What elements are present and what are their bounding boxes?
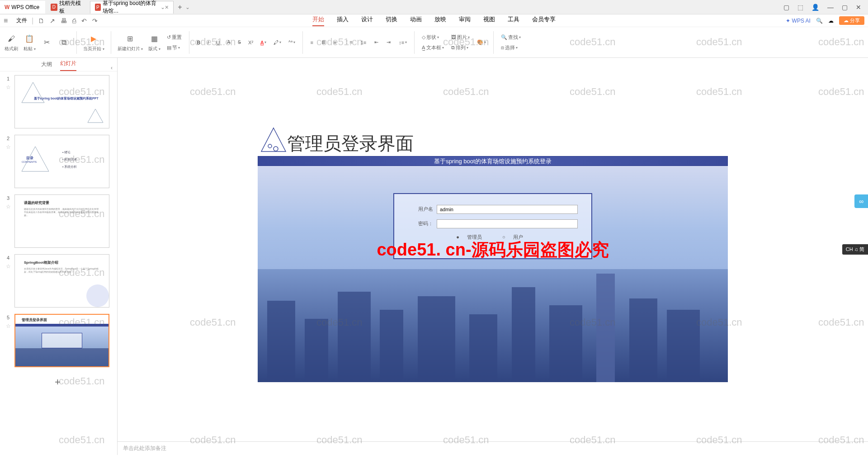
thumb-row-4[interactable]: 4☆ SpringBoot框架介绍 本系统开发主要使用Java作为编程语言，Sp… [2,254,113,308]
username-input[interactable] [437,205,578,214]
textbox-button[interactable]: A̲ 文本框 ▾ [420,43,446,52]
tab-document[interactable]: P 基于spring boot的体育场馆… ⌄ × [90,1,174,14]
tab-dropdown-icon[interactable]: ⌄ [160,4,165,10]
star-icon[interactable]: ☆ [6,204,11,210]
ribbon-tab-insert[interactable]: 插入 [337,15,349,26]
cube-icon[interactable]: ⬚ [797,4,803,11]
line-spacing-button[interactable]: ↕≡▾ [397,38,409,46]
qat-undo-icon[interactable]: ↶ [81,17,87,24]
ribbon-tab-animation[interactable]: 动画 [410,15,422,26]
align-right-button[interactable]: ≡ [332,38,338,46]
qat-preview-icon[interactable]: ⎙ [72,17,76,24]
qat-open-icon[interactable]: 🗋 [38,17,44,24]
thumbnail[interactable]: 课题的研究背景 随着信息技术的发展和互联网的普及，越来越多的行业开始应用信息化管… [14,194,109,248]
panel-collapse-icon[interactable]: ‹ [111,65,113,71]
tab-label: WPS Office [11,4,39,10]
clear-format-button[interactable]: ᴬᵃ▾ [287,38,297,46]
tab-template[interactable]: D 找稻壳模板 [46,1,89,14]
close-icon[interactable]: ✕ [856,4,861,11]
paste-button[interactable]: 📋粘贴 ▾ [23,33,37,52]
thumb-row-2[interactable]: 2☆ 目录 CONTENTS • 绪论 • 相关技术 • 系统分析 [2,135,113,188]
password-input[interactable] [437,219,578,228]
wps-logo-icon: W [5,4,9,10]
fill-button[interactable]: 🎨▾ [475,38,488,46]
numbering-button[interactable]: 1≡ [359,38,368,46]
strike-button[interactable]: A̶ [225,38,232,46]
thumbnail-list[interactable]: 1☆ 基于spring boot的体育场馆设施预约系统PPT 2☆ 目录 CON… [0,71,117,455]
ime-indicator[interactable]: CH ♫ 简 [842,244,868,255]
thumb-row-3[interactable]: 3☆ 课题的研究背景 随着信息技术的发展和互联网的普及，越来越多的行业开始应用信… [2,194,113,248]
qat-export-icon[interactable]: ↗ [50,17,55,24]
thumb-row-1[interactable]: 1☆ 基于spring boot的体育场馆设施预约系统PPT [2,75,113,128]
canvas-wrap[interactable]: 管理员登录界面 基于spring boot的体育场馆设施预约系统登录 [118,58,868,441]
font-color-button[interactable]: A▾ [259,38,268,46]
ribbon-tab-member[interactable]: 会员专享 [532,15,556,26]
play-from-current-button[interactable]: ▶当页开始 ▾ [82,33,105,52]
star-icon[interactable]: ☆ [6,144,11,150]
thumbnail-active[interactable]: 管理员登录界面 [14,314,109,367]
find-button[interactable]: 🔍 查找 ▾ [499,33,523,42]
format-painter-button[interactable]: 🖌格式刷 [4,33,19,52]
thumb-row-5[interactable]: 5☆ 管理员登录界面 [2,314,113,367]
search-icon[interactable]: 🔍 [816,18,823,24]
notes-placeholder[interactable]: 单击此处添加备注 [118,441,868,455]
bold-button[interactable]: B [195,38,202,46]
user-icon[interactable]: 👤 [811,4,819,11]
tab-bar: W WPS Office D 找稻壳模板 P 基于spring boot的体育场… [0,0,868,14]
panel-tab-outline[interactable]: 大纲 [41,61,52,71]
arrange-button[interactable]: ⧉ 排列 ▾ [449,43,472,52]
ribbon-tab-slideshow[interactable]: 放映 [434,15,446,26]
ribbon-tab-design[interactable]: 设计 [361,15,373,26]
star-icon[interactable]: ☆ [6,84,11,90]
thumbnail[interactable]: 基于spring boot的体育场馆设施预约系统PPT [14,75,109,128]
align-left-button[interactable]: ≡ [308,38,315,46]
ribbon-tab-review[interactable]: 审阅 [459,15,471,26]
shape-button[interactable]: ◇ 形状 ▾ [420,33,446,42]
copy-button[interactable]: ⧉ [57,37,71,48]
section-button[interactable]: ▤ 节 ▾ [165,43,184,52]
ribbon-tab-tools[interactable]: 工具 [508,15,519,26]
cut-button[interactable]: ✂ [40,37,54,48]
indent-right-button[interactable]: ⇥ [385,38,392,46]
share-button[interactable]: ☁ 分享 [839,16,864,25]
layout-icon[interactable]: ▢ [783,4,789,11]
new-slide-button[interactable]: ⊞新建幻灯片 ▾ [117,33,144,52]
thumbnail[interactable]: 目录 CONTENTS • 绪论 • 相关技术 • 系统分析 [14,135,109,188]
hamburger-icon[interactable]: ≡ [4,17,12,25]
indent-left-button[interactable]: ⇤ [373,38,380,46]
tab-wps-home[interactable]: W WPS Office [0,1,45,14]
add-slide-button[interactable]: + [2,374,113,391]
underline-button[interactable]: U [214,38,222,46]
qat-print-icon[interactable]: 🖶 [61,17,67,24]
reset-button[interactable]: ↺ 重置 [165,33,184,42]
ribbon-tab-home[interactable]: 开始 [312,15,324,26]
strikethrough-button[interactable]: S̶ [236,38,243,46]
qat-redo-icon[interactable]: ↷ [92,17,98,24]
wps-ai-button[interactable]: ✦WPS AI [786,18,811,24]
ai-assistant-badge[interactable]: ∞ [854,194,868,208]
thumb-number: 3 [7,195,9,201]
file-menu[interactable]: 文件 [12,17,32,24]
bullets-button[interactable]: ⋮≡ [343,38,354,46]
select-button[interactable]: ⧈ 选择 ▾ [499,43,523,52]
ribbon-tab-transition[interactable]: 切换 [386,15,397,26]
star-icon[interactable]: ☆ [6,263,11,270]
thumbnail[interactable]: SpringBoot框架介绍 本系统开发主要使用Java作为编程语言，Sprin… [14,254,109,308]
slide-title[interactable]: 管理员登录界面 [287,131,414,156]
layout-button[interactable]: ▦版式 ▾ [147,33,161,52]
ribbon-tab-view[interactable]: 视图 [483,15,495,26]
picture-button[interactable]: 🖼 图片 ▾ [449,33,472,42]
menu-bar: ≡ 文件 | 🗋 ↗ 🖶 ⎙ ↶ ↷ 开始 插入 设计 切换 动画 放映 审阅 … [0,14,868,27]
align-center-button[interactable]: ≣ [320,38,327,46]
minimize-icon[interactable]: — [827,4,834,11]
new-tab-button[interactable]: + [175,3,185,11]
superscript-button[interactable]: X² [246,38,255,46]
cloud-sync-icon[interactable]: ☁ [828,18,834,24]
tab-close-icon[interactable]: × [165,4,169,11]
panel-tab-slides[interactable]: 幻灯片 [60,60,76,71]
star-icon[interactable]: ☆ [6,323,11,329]
maximize-icon[interactable]: ▢ [842,4,848,11]
tab-dropdown-icon[interactable]: ⌄ [185,4,190,10]
highlight-button[interactable]: 🖍▾ [272,38,283,46]
italic-button[interactable]: I [206,38,211,46]
